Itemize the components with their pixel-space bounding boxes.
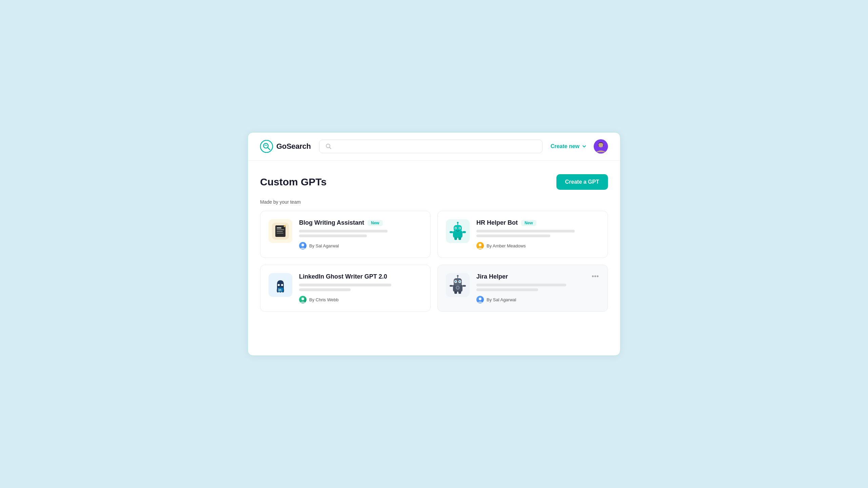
svg-point-22 — [457, 222, 459, 224]
new-badge-blog: New — [368, 220, 383, 226]
card-title-row-hr: HR Helper Bot New — [476, 219, 599, 226]
card-line-1 — [299, 230, 388, 232]
search-icon — [326, 143, 332, 149]
svg-point-36 — [455, 281, 456, 282]
card-linkedin-ghost-writer[interactable]: in LinkedIn Ghost Writer GPT 2.0 — [260, 265, 431, 312]
card-icon-jira — [446, 273, 470, 297]
logo-area: GoSearch — [260, 140, 311, 153]
header: GoSearch Create new — [248, 133, 620, 161]
author-avatar-sal — [299, 242, 307, 249]
card-title-jira: Jira Helper — [476, 273, 508, 280]
search-input[interactable] — [335, 144, 536, 149]
svg-text:in: in — [278, 288, 281, 292]
svg-point-0 — [260, 140, 273, 152]
svg-point-38 — [459, 281, 460, 282]
author-avatar-sal-jira — [476, 296, 484, 303]
author-name-chris: By Chris Webb — [309, 297, 338, 302]
card-title-blog: Blog Writing Assistant — [299, 219, 364, 226]
three-dots-menu-button[interactable]: ••• — [589, 271, 601, 282]
svg-rect-25 — [450, 231, 453, 233]
create-new-button[interactable]: Create new — [551, 143, 587, 149]
page-header: Custom GPTs Create a GPT — [260, 174, 608, 190]
author-name-amber: By Amber Meadows — [487, 243, 526, 248]
svg-point-27 — [479, 244, 481, 246]
cards-grid: Blog Writing Assistant New By Sal Agarwa… — [260, 211, 608, 312]
card-info-hr: HR Helper Bot New By Amber Meadows — [476, 219, 599, 249]
svg-rect-44 — [462, 285, 466, 287]
card-title-row-jira: Jira Helper — [476, 273, 599, 280]
header-right: Create new — [551, 139, 608, 154]
svg-point-40 — [457, 275, 459, 277]
card-hr-helper-bot[interactable]: HR Helper Bot New By Amber Meadows — [437, 211, 608, 258]
app-container: GoSearch Create new — [248, 132, 620, 356]
card-line-2-linkedin — [299, 288, 351, 291]
card-icon-linkedin: in — [269, 273, 292, 297]
author-avatar-amber — [476, 242, 484, 249]
card-author-jira: By Sal Agarwal — [476, 296, 599, 303]
svg-rect-26 — [462, 231, 466, 233]
card-lines-blog — [299, 230, 422, 237]
create-new-label: Create new — [551, 143, 579, 149]
avatar[interactable] — [594, 139, 608, 154]
svg-line-2 — [268, 147, 270, 150]
new-badge-hr: New — [521, 220, 536, 226]
svg-rect-23 — [454, 237, 457, 240]
three-dots-icon: ••• — [592, 272, 599, 280]
card-line-1-jira — [476, 284, 566, 286]
search-bar[interactable] — [319, 140, 542, 153]
svg-rect-45 — [454, 291, 457, 294]
card-line-1-linkedin — [299, 284, 391, 286]
svg-point-47 — [479, 298, 481, 300]
logo-text: GoSearch — [276, 142, 311, 151]
svg-point-29 — [281, 284, 283, 286]
svg-rect-12 — [277, 233, 283, 233]
svg-rect-10 — [277, 229, 284, 230]
svg-line-4 — [329, 147, 331, 149]
create-gpt-button[interactable]: Create a GPT — [556, 174, 608, 190]
card-title-row-blog: Blog Writing Assistant New — [299, 219, 422, 226]
card-info-blog: Blog Writing Assistant New By Sal Agarwa… — [299, 219, 422, 249]
card-blog-writing-assistant[interactable]: Blog Writing Assistant New By Sal Agarwa… — [260, 211, 431, 258]
author-name-sal-jira: By Sal Agarwal — [487, 297, 516, 302]
svg-point-28 — [278, 284, 280, 286]
svg-rect-46 — [458, 291, 461, 294]
author-avatar-chris — [299, 296, 307, 303]
svg-rect-11 — [277, 231, 283, 232]
card-lines-jira — [476, 284, 599, 291]
page-title: Custom GPTs — [260, 176, 327, 188]
card-line-2 — [299, 235, 367, 237]
svg-point-18 — [455, 228, 456, 229]
card-icon-hr — [446, 219, 470, 243]
svg-point-20 — [459, 228, 460, 229]
card-author-hr: By Amber Meadows — [476, 242, 599, 249]
card-author-blog: By Sal Agarwal — [299, 242, 422, 249]
card-line-2-hr — [476, 235, 550, 237]
card-author-linkedin: By Chris Webb — [299, 296, 422, 303]
card-line-1-hr — [476, 230, 575, 232]
gosearch-logo-icon — [260, 140, 273, 153]
card-title-hr: HR Helper Bot — [476, 219, 518, 226]
card-title-row-linkedin: LinkedIn Ghost Writer GPT 2.0 — [299, 273, 422, 280]
card-icon-blog — [269, 219, 292, 243]
card-info-linkedin: LinkedIn Ghost Writer GPT 2.0 By Chris W… — [299, 273, 422, 303]
card-lines-hr — [476, 230, 599, 237]
main-content: Custom GPTs Create a GPT Made by your te… — [248, 161, 620, 325]
card-jira-helper[interactable]: Jira Helper By Sal Agarwal ••• — [437, 265, 608, 312]
section-label: Made by your team — [260, 199, 608, 205]
svg-point-32 — [301, 298, 304, 300]
svg-rect-43 — [450, 285, 453, 287]
card-lines-linkedin — [299, 284, 422, 291]
card-title-linkedin: LinkedIn Ghost Writer GPT 2.0 — [299, 273, 387, 280]
author-name-sal-blog: By Sal Agarwal — [309, 243, 339, 248]
svg-rect-9 — [277, 227, 281, 228]
svg-point-6 — [598, 143, 603, 147]
svg-rect-24 — [458, 237, 461, 240]
svg-point-42 — [457, 287, 458, 288]
chevron-down-icon — [581, 144, 587, 149]
svg-point-14 — [301, 244, 304, 246]
card-info-jira: Jira Helper By Sal Agarwal — [476, 273, 599, 303]
card-line-2-jira — [476, 288, 538, 291]
